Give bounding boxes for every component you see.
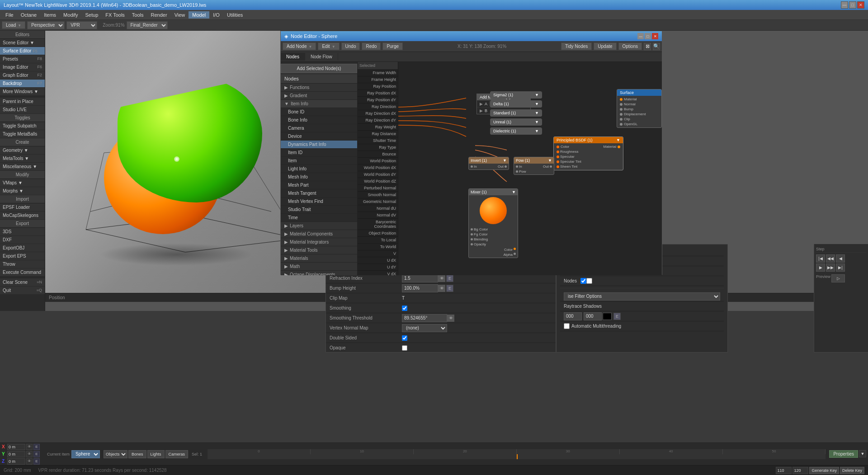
options-button[interactable]: Options	[618, 42, 642, 50]
item-id-item[interactable]: Item ID	[281, 149, 357, 157]
smooth-thresh-eye[interactable]: 👁	[447, 315, 454, 322]
y-eye[interactable]: 👁	[26, 451, 33, 457]
ne-maximize[interactable]: □	[645, 33, 651, 39]
maximize-button[interactable]: □	[849, 1, 856, 9]
pow-node[interactable]: Pow (1)▼ In Out Pow	[514, 157, 554, 175]
step-end-button[interactable]: ▶|	[836, 263, 845, 272]
time-item[interactable]: Time	[281, 214, 357, 222]
current-item-select[interactable]: Sphere	[71, 450, 100, 458]
geometry-button[interactable]: Geometry ▼	[0, 146, 45, 155]
backdrop-button[interactable]: Backdrop F7	[0, 80, 45, 88]
execute-command-button[interactable]: Execute Command	[0, 268, 45, 277]
bump-eye[interactable]: 👁	[438, 285, 445, 292]
objects-select[interactable]: Objects	[104, 450, 127, 458]
refraction-e[interactable]: E	[446, 275, 453, 282]
cameras-button[interactable]: Cameras	[165, 450, 189, 458]
principled-bsdf-node[interactable]: Principled BSDF (1) ▼ Color Material Rou…	[553, 136, 623, 170]
step-fwd-button[interactable]: ▶▶	[826, 263, 835, 272]
ne-close[interactable]: ✕	[652, 33, 658, 39]
epsf-loader-button[interactable]: EPSF Loader	[0, 203, 45, 212]
exportobj-button[interactable]: ExportOBJ	[0, 244, 45, 252]
toggle-subpatch-button[interactable]: Toggle Subpatch	[0, 122, 45, 130]
3ds-button[interactable]: 3DS	[0, 228, 45, 236]
menu-octane[interactable]: Octane	[17, 11, 40, 19]
light-info-item[interactable]: Light Info	[281, 165, 357, 173]
menu-view[interactable]: View	[171, 11, 189, 19]
material-integrators-category[interactable]: ▶ Material Integrators	[281, 238, 357, 246]
menu-model[interactable]: Model	[189, 11, 209, 19]
step-prev-button[interactable]: ◀◀	[826, 254, 835, 263]
render-target-select[interactable]: Final_Render	[127, 21, 168, 29]
menu-tools[interactable]: Tools	[128, 11, 147, 19]
surface-editor-button[interactable]: Surface Editor F5	[0, 47, 45, 55]
item-info-item[interactable]: Item	[281, 157, 357, 165]
dynamics-part-info-item[interactable]: Dynamics Part Info	[281, 141, 357, 149]
menu-modify[interactable]: Modify	[60, 11, 81, 19]
opaque-checkbox[interactable]	[402, 345, 407, 351]
y-e[interactable]: E	[33, 451, 40, 457]
ne-icon1[interactable]: ⊠	[644, 43, 651, 50]
properties-toggle[interactable]: ▼	[859, 450, 866, 457]
render-mode-select[interactable]: VPR OpenGL	[66, 21, 97, 29]
menu-items[interactable]: Items	[40, 11, 60, 19]
dxf-button[interactable]: DXF	[0, 236, 45, 244]
menu-io[interactable]: I/O	[209, 11, 223, 19]
minimize-button[interactable]: —	[841, 1, 848, 9]
x-value-input[interactable]	[7, 444, 25, 450]
bump-e[interactable]: E	[446, 285, 453, 292]
frame-start-input[interactable]	[776, 467, 792, 474]
metatools-button[interactable]: MetaTools ▼	[0, 155, 45, 163]
bone-info-item[interactable]: Bone Info	[281, 116, 357, 124]
z-eye[interactable]: 👁	[26, 458, 33, 465]
val-000-e[interactable]: E	[613, 313, 621, 320]
purge-button[interactable]: Purge	[382, 42, 403, 50]
generate-key-button[interactable]: Generate Key	[809, 467, 839, 474]
preview-button[interactable]: ▷	[831, 274, 845, 282]
refraction-eye[interactable]: 👁	[438, 275, 445, 282]
studio-trait-item[interactable]: Studio Trait	[281, 206, 357, 214]
more-windows-button[interactable]: More Windows ▼	[0, 88, 45, 96]
smoothing-checkbox[interactable]	[402, 306, 407, 311]
camera-item[interactable]: Camera	[281, 124, 357, 132]
export-eps-button[interactable]: Export EPS	[0, 252, 45, 260]
double-sided-checkbox[interactable]	[402, 335, 407, 341]
add-selected-node-button[interactable]: Add Selected Node(s)	[281, 64, 357, 73]
undo-button[interactable]: Undo	[341, 42, 360, 50]
quit-button[interactable]: Quit=Q	[0, 287, 45, 295]
black-swatch[interactable]	[603, 313, 612, 320]
menu-utilities[interactable]: Utilities	[223, 11, 246, 19]
load-button[interactable]: Load	[2, 21, 25, 29]
dielectric-node[interactable]: Dielectric (1) ▼	[490, 127, 542, 135]
unreal-node[interactable]: Unreal (1) ▼	[490, 118, 542, 126]
bump-height-input[interactable]	[402, 284, 438, 292]
octane-displacements-category[interactable]: ▶ Octane Displacements	[281, 271, 357, 275]
sigma2-node[interactable]: Sigma2 (1) ▼	[490, 91, 542, 99]
gradient-category[interactable]: ▶ Gradient	[281, 92, 357, 100]
parent-in-place-button[interactable]: Parent in Place	[0, 98, 45, 106]
mesh-vertex-find-item[interactable]: Mesh Vertex Find	[281, 198, 357, 206]
node-editor-titlebar[interactable]: ◈ Node Editor - Sphere — □ ✕	[281, 31, 662, 41]
step-play-button[interactable]: ▶	[816, 263, 825, 272]
step-start-button[interactable]: |◀	[816, 254, 825, 263]
nodes-checkbox2[interactable]	[586, 278, 592, 284]
smoothing-threshold-input[interactable]	[402, 314, 447, 322]
functions-category[interactable]: ▶ Functions	[281, 84, 357, 92]
mixer-node[interactable]: Mixer (1)▼ Bg Color Fg Color Blending Op…	[468, 188, 518, 258]
scene-editor-button[interactable]: Scene Editor ▼	[0, 39, 45, 47]
menu-fx-tools[interactable]: FX Tools	[102, 11, 128, 19]
x-eye[interactable]: 👁	[26, 444, 33, 450]
delete-key-button[interactable]: Delete Key	[840, 467, 864, 474]
studio-live-button[interactable]: Studio LIVE	[0, 106, 45, 114]
nodes-checkbox[interactable]	[580, 278, 586, 284]
presets-button[interactable]: PresetsF8	[0, 55, 45, 63]
vmaps-button[interactable]: VMaps ▼	[0, 179, 45, 187]
val-000-input[interactable]	[564, 312, 582, 320]
refraction-index-input[interactable]	[402, 274, 438, 282]
layers-category[interactable]: ▶ Layers	[281, 222, 357, 230]
add-node-button[interactable]: Add Node	[283, 42, 316, 50]
step-back-button[interactable]: ◀	[836, 254, 845, 263]
item-info-category[interactable]: ▼ Item Info	[281, 100, 357, 108]
bones-button[interactable]: Bones	[128, 450, 146, 458]
materials-category[interactable]: ▶ Materials	[281, 254, 357, 263]
material-tools-category[interactable]: ▶ Material Tools	[281, 246, 357, 254]
